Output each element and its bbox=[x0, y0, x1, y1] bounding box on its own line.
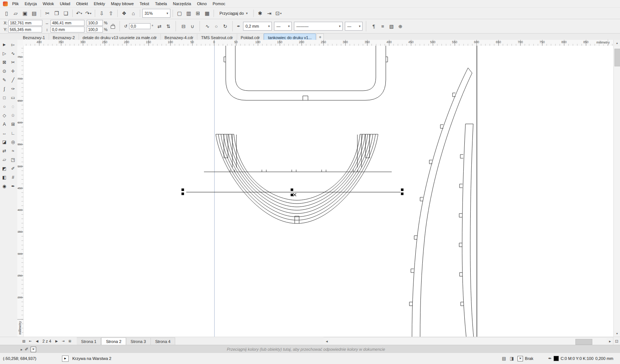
dropdown-caret-icon[interactable]: ▾ bbox=[339, 24, 341, 28]
shape-tool[interactable]: ▷ bbox=[1, 51, 8, 56]
menu-item-plik[interactable]: Plik bbox=[9, 0, 22, 7]
export-button[interactable]: ⇧ bbox=[107, 9, 115, 18]
redo-button[interactable]: ↷▾ bbox=[84, 9, 93, 18]
three-point-ellipse-tool[interactable]: ◌ bbox=[10, 104, 16, 110]
options-button[interactable]: ✱ bbox=[256, 9, 264, 18]
scroll-up-button[interactable]: ▲ bbox=[614, 40, 620, 46]
menu-item-tabela[interactable]: Tabela bbox=[152, 0, 170, 7]
outline-width-combo[interactable]: 0,2 mm ▾ bbox=[243, 22, 272, 31]
end-arrowhead-combo[interactable]: — ▾ bbox=[345, 22, 363, 31]
page-tab[interactable]: Strona 1 bbox=[77, 337, 101, 345]
table-tool[interactable]: ⊞ bbox=[10, 121, 16, 127]
mesh-fill-tool[interactable]: # bbox=[10, 174, 16, 180]
undo-button[interactable]: ↶▾ bbox=[75, 9, 83, 18]
reduce-nodes-button[interactable]: ⊟ bbox=[179, 22, 187, 30]
reverse-direction-button[interactable]: ↻ bbox=[221, 22, 229, 30]
vertical-ruler[interactable]: milimetry 750700650600550500450400350300… bbox=[17, 46, 24, 337]
dropdown-caret-icon[interactable]: ▾ bbox=[359, 24, 361, 28]
no-color-swatch[interactable]: ✕ bbox=[31, 347, 36, 352]
wrap-paragraph-text-button[interactable]: ¶ bbox=[370, 22, 378, 30]
paste-button[interactable]: ❏ bbox=[62, 9, 70, 18]
menu-item-widok[interactable]: Widok bbox=[40, 0, 57, 7]
menu-item-tekst[interactable]: Tekst bbox=[137, 0, 152, 7]
position-anchor-button[interactable]: ⊕ bbox=[396, 22, 404, 30]
palette-eyedropper-icon[interactable]: ✐ bbox=[25, 347, 28, 352]
snap-to-dropdown[interactable]: Przyciągaj do ▾ bbox=[216, 9, 251, 18]
application-launcher-button[interactable]: ❖ bbox=[120, 9, 128, 18]
hull-sections-outline[interactable] bbox=[204, 134, 392, 223]
three-point-rectangle-tool[interactable]: ▭ bbox=[10, 95, 16, 101]
scroll-right-button[interactable]: ▶ bbox=[607, 338, 613, 345]
x-position-field[interactable]: 182,761 mm bbox=[8, 20, 42, 26]
join-curves-button[interactable]: ∪ bbox=[188, 22, 196, 30]
scale-x-field[interactable]: 100,0 bbox=[87, 20, 103, 26]
connector-tool[interactable]: ∟ bbox=[10, 130, 16, 136]
document-color-settings-icon[interactable]: ▤ bbox=[502, 356, 506, 361]
first-page-button[interactable]: ⇤ bbox=[27, 338, 34, 344]
duplicate-distance-button[interactable]: ⇥ bbox=[265, 9, 274, 18]
menu-item-narzędzia[interactable]: Narzędzia bbox=[170, 0, 194, 7]
transparency-tool[interactable]: ◩ bbox=[1, 166, 8, 171]
fill-status[interactable]: ✕ Brak bbox=[517, 356, 533, 361]
distort-tool[interactable]: ≈ bbox=[10, 148, 16, 154]
star-tool[interactable]: ☆ bbox=[10, 112, 16, 118]
object-width-field[interactable]: 486,41 mm bbox=[51, 20, 84, 26]
zoom-tool[interactable]: ⊙ bbox=[1, 68, 8, 74]
menu-item-obiekt[interactable]: Obiekt bbox=[73, 0, 91, 7]
deck-part-outline[interactable] bbox=[224, 46, 388, 100]
envelope-tool[interactable]: ▱ bbox=[1, 157, 8, 163]
object-details-popup-button[interactable]: ▶ bbox=[62, 356, 69, 362]
scroll-down-button[interactable]: ▼ bbox=[614, 330, 620, 337]
page-tab[interactable]: Strona 4 bbox=[151, 337, 176, 345]
welcome-screen-button[interactable]: ⌂ bbox=[129, 9, 138, 18]
show-grid-button[interactable]: ⊞ bbox=[194, 9, 202, 18]
outline-pen-tool[interactable]: ✒ bbox=[10, 183, 16, 189]
keel-part-outline[interactable] bbox=[459, 124, 474, 337]
crop-tool[interactable]: ⊠ bbox=[1, 59, 8, 65]
pick-tool[interactable]: ► bbox=[1, 42, 8, 48]
show-guidelines-button[interactable]: ▦ bbox=[203, 9, 211, 18]
object-height-field[interactable]: 0,0 mm bbox=[51, 27, 84, 32]
smooth-tool[interactable]: ∿ bbox=[10, 51, 16, 56]
add-page-button[interactable]: ⊞ bbox=[67, 338, 73, 344]
monitor-color-preview-button[interactable]: ⊡▾ bbox=[274, 9, 283, 18]
menu-item-okno[interactable]: Okno bbox=[194, 0, 209, 7]
parallel-dimension-tool[interactable]: ↔ bbox=[1, 130, 8, 136]
menu-item-układ[interactable]: Układ bbox=[57, 0, 73, 7]
rectangle-tool[interactable]: □ bbox=[1, 95, 8, 101]
scale-y-field[interactable]: 100,0 bbox=[87, 27, 103, 32]
interactive-fill-tool[interactable]: ◧ bbox=[1, 174, 8, 180]
freehand-tool[interactable]: ✎ bbox=[1, 77, 8, 83]
new-document-button[interactable]: ▯ bbox=[2, 9, 11, 18]
ruler-origin-corner[interactable] bbox=[17, 40, 24, 46]
knife-tool[interactable]: ✂ bbox=[10, 59, 16, 65]
treat-as-filled-button[interactable]: ▧ bbox=[387, 22, 395, 30]
menu-item-edycja[interactable]: Edycja bbox=[22, 0, 40, 7]
two-point-line-tool[interactable]: ╱ bbox=[10, 77, 16, 83]
close-curve-button[interactable]: ○ bbox=[212, 22, 220, 30]
next-page-button[interactable]: ▶ bbox=[53, 338, 60, 344]
mirror-vertical-button[interactable]: ⇅ bbox=[164, 22, 172, 30]
pan-tool[interactable]: ✛ bbox=[10, 68, 16, 74]
vertical-scrollbar[interactable]: ▲ ▼ bbox=[613, 40, 620, 337]
mirror-horizontal-button[interactable]: ⇄ bbox=[155, 22, 163, 30]
zoom-corner-button[interactable]: ⊡ bbox=[613, 337, 620, 345]
show-rulers-button[interactable]: ▥ bbox=[184, 9, 193, 18]
last-page-button[interactable]: ⇥ bbox=[60, 338, 66, 344]
rotation-field[interactable]: 0,0 bbox=[129, 23, 150, 29]
palette-flyout-icon[interactable]: ▸ bbox=[21, 347, 22, 351]
color-eyedropper-tool[interactable]: ✐ bbox=[10, 166, 16, 171]
pen-tool[interactable]: ✑ bbox=[10, 86, 16, 92]
text-tool[interactable]: A bbox=[1, 121, 8, 127]
line-style-combo[interactable]: ——— ▾ bbox=[294, 22, 343, 31]
cut-button[interactable]: ✂ bbox=[43, 9, 52, 18]
menu-item-pomoc[interactable]: Pomoc bbox=[210, 0, 228, 7]
page-tab[interactable]: Strona 3 bbox=[126, 337, 151, 345]
dropdown-caret-icon[interactable]: ▾ bbox=[288, 24, 290, 28]
blend-tool[interactable]: ⇄ bbox=[1, 148, 8, 154]
polygon-tool[interactable]: ◇ bbox=[1, 112, 8, 118]
open-document-button[interactable]: ▱ bbox=[11, 9, 20, 18]
bezier-tool[interactable]: ∫ bbox=[1, 86, 8, 92]
drop-shadow-tool[interactable]: ◪ bbox=[1, 139, 8, 145]
outline-status[interactable]: ✒ C:0 M:0 Y:0 K:100 0,200 mm bbox=[548, 356, 613, 361]
